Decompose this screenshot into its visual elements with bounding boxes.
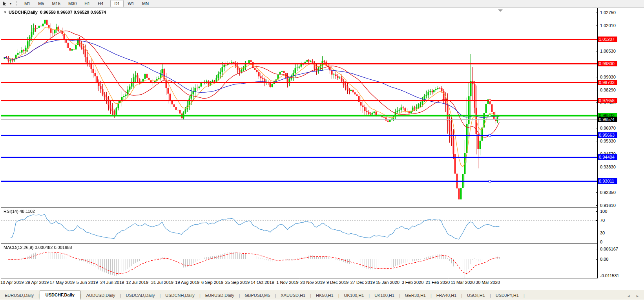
tab-separator: | bbox=[524, 291, 525, 300]
tab-scroll-left-arrow[interactable]: ◄ bbox=[627, 294, 630, 298]
chart-tab-fra40-h1[interactable]: FRA40,H1 bbox=[432, 291, 461, 300]
chart-tab-audusd-daily[interactable]: AUDUSD,Daily bbox=[82, 291, 120, 300]
chart-tab-hk50-h1[interactable]: HK50,H1 bbox=[311, 291, 338, 300]
price-axis-label: 0.93830 bbox=[600, 165, 616, 169]
chart-tab-usdjpy-h1[interactable]: USDJPY,H1 bbox=[491, 291, 524, 300]
chart-window: ▼USDCHF,Daily 0.96558 0.96607 0.96529 0.… bbox=[1, 8, 643, 287]
price-axis: 1.027501.020101.005300.990300.982900.975… bbox=[598, 8, 643, 287]
timeframe-button-M15[interactable]: M15 bbox=[48, 0, 64, 7]
date-axis-label: 10 Apr 2019 bbox=[0, 280, 24, 285]
chart-ohlc-values: 0.96558 0.96607 0.96529 0.96574 bbox=[40, 10, 106, 15]
rsi-current-value: 48.1102 bbox=[20, 209, 35, 214]
price-axis-label: 0.96070 bbox=[600, 126, 616, 130]
cursor-icon bbox=[2, 1, 7, 6]
date-axis-label: 30 Mar 2020 bbox=[476, 280, 500, 285]
chart-tab-uk100-h1[interactable]: UK100,H1 bbox=[339, 291, 369, 300]
rsi-axis-label: 100 bbox=[600, 209, 607, 214]
date-axis-label: 11 Mar 2020 bbox=[451, 280, 475, 285]
cursor-tool-button[interactable]: ▼ bbox=[0, 0, 15, 7]
chart-tab-xauusd-h1[interactable]: XAUUSD,H1 bbox=[276, 291, 310, 300]
chart-tab-usoil-h1[interactable]: USOil,H1 bbox=[462, 291, 490, 300]
chart-tab-uk100-h1[interactable]: UK100,H1 bbox=[370, 291, 399, 300]
chart-collapse-icon[interactable]: ▼ bbox=[4, 11, 7, 14]
macd-axis-label: -0.011531 bbox=[600, 273, 619, 278]
caret-down-icon: ▼ bbox=[9, 2, 12, 5]
chart-tab-usdchf-daily[interactable]: USDCHF,Daily bbox=[40, 291, 80, 300]
chart-tab-bar: EURUSD,Daily|USDCHF,Daily|AUDUSD,Daily|U… bbox=[0, 290, 644, 300]
price-axis-label: 0.99030 bbox=[600, 75, 616, 79]
chart-tabs: EURUSD,Daily|USDCHF,Daily|AUDUSD,Daily|U… bbox=[0, 290, 627, 300]
date-axis-label: 27 Dec 2019 bbox=[350, 280, 375, 285]
price-level-tag: 0.98703 bbox=[598, 80, 617, 85]
date-axis-label: 6 Sep 2019 bbox=[201, 280, 223, 285]
price-level-tag: 0.95663 bbox=[598, 132, 617, 138]
macd-current-values: 0.000482 0.001688 bbox=[35, 245, 72, 250]
date-axis-label: 17 May 2019 bbox=[49, 280, 75, 285]
date-axis-label: 5 Jun 2019 bbox=[77, 280, 98, 285]
price-level-tag: 0.97658 bbox=[598, 98, 617, 103]
price-axis-label: 1.02750 bbox=[600, 10, 616, 15]
mt4-terminal: ▼ M1M5M15M30H1H4D1W1MN ▼USDCHF,Daily 0.9… bbox=[0, 0, 644, 300]
macd-axis-label: 0.006167 bbox=[600, 247, 618, 251]
timeframe-buttons: M1M5M15M30H1H4D1W1MN bbox=[20, 0, 153, 7]
timeframe-button-W1[interactable]: W1 bbox=[124, 0, 138, 7]
date-axis-label: 31 Jul 2019 bbox=[151, 280, 173, 285]
date-axis-label: 19 Aug 2019 bbox=[175, 280, 199, 285]
date-axis-label: 20 Nov 2019 bbox=[300, 280, 325, 285]
chart-tab-usdcnh-daily[interactable]: USDCNH,Daily bbox=[161, 291, 199, 300]
rsi-indicator-label: RSI(14) 48.1102 bbox=[4, 209, 35, 214]
chart-symbol-label: USDCHF,Daily bbox=[9, 10, 38, 15]
timeframe-button-M5[interactable]: M5 bbox=[34, 0, 48, 7]
price-axis-label: 0.98290 bbox=[600, 88, 616, 92]
timeframe-button-M30[interactable]: M30 bbox=[64, 0, 80, 7]
macd-axis-label: 0.00 bbox=[600, 257, 608, 262]
rsi-axis-label: 70 bbox=[600, 218, 605, 223]
rsi-axis-label: 30 bbox=[600, 230, 605, 235]
price-axis-label: 1.02010 bbox=[600, 23, 616, 28]
date-axis-label: 21 Feb 2020 bbox=[425, 280, 450, 285]
toolbar-grip-handle[interactable] bbox=[16, 1, 18, 6]
chart-tab-eurusd-daily[interactable]: EURUSD,Daily bbox=[0, 291, 38, 300]
date-axis-label: 3 Feb 2020 bbox=[402, 280, 424, 285]
date-axis-label: 14 Oct 2019 bbox=[251, 280, 274, 285]
date-axis-label: 25 Sep 2019 bbox=[225, 280, 250, 285]
timeframe-button-H4[interactable]: H4 bbox=[94, 0, 107, 7]
date-axis-label: 12 Jul 2019 bbox=[126, 280, 148, 285]
timeframe-button-MN[interactable]: MN bbox=[138, 0, 153, 7]
timeframe-button-D1[interactable]: D1 bbox=[110, 0, 124, 7]
date-axis-label: 9 Dec 2019 bbox=[327, 280, 348, 285]
tab-scroll-right-arrow[interactable]: ► bbox=[636, 294, 639, 298]
chart-tab-ger30-h1[interactable]: GER30,H1 bbox=[400, 291, 431, 300]
price-axis-label: 0.95330 bbox=[600, 139, 616, 143]
chart-tab-eurusd-daily[interactable]: EURUSD,Daily bbox=[201, 291, 239, 300]
tab-scroll-arrows: ◄ ► bbox=[627, 294, 644, 300]
date-axis-label: 29 Apr 2019 bbox=[26, 280, 49, 285]
timeframe-button-H1[interactable]: H1 bbox=[80, 0, 94, 7]
date-axis-label: 24 Jun 2019 bbox=[100, 280, 124, 285]
price-axis-label: 0.92350 bbox=[600, 190, 616, 195]
chart-title: ▼USDCHF,Daily 0.96558 0.96607 0.96529 0.… bbox=[4, 10, 106, 15]
timeframe-toolbar: ▼ M1M5M15M30H1H4D1W1MN bbox=[0, 0, 644, 7]
timeframe-button-M1[interactable]: M1 bbox=[20, 0, 34, 7]
chart-tab-usdcad-daily[interactable]: USDCAD,Daily bbox=[121, 291, 159, 300]
rsi-axis-label: 0 bbox=[600, 240, 602, 244]
price-level-tag: 0.94404 bbox=[598, 154, 617, 160]
price-axis-label: 1.00530 bbox=[600, 49, 616, 53]
price-level-tag: 0.96574 bbox=[598, 117, 617, 122]
price-chart-canvas[interactable] bbox=[1, 8, 598, 278]
price-level-tag: 1.01207 bbox=[598, 37, 617, 42]
price-axis-label: 0.91610 bbox=[600, 203, 616, 208]
macd-indicator-label: MACD(12,26,9) 0.000482 0.001688 bbox=[4, 245, 72, 250]
price-level-tag: 0.93011 bbox=[598, 178, 617, 184]
date-axis-label: 1 Nov 2019 bbox=[276, 280, 298, 285]
price-level-tag: 0.99800 bbox=[598, 61, 617, 66]
date-axis-label: 15 Jan 2020 bbox=[376, 280, 400, 285]
chart-tab-gbpusd-m5[interactable]: GBPUSD,M5 bbox=[240, 291, 275, 300]
date-axis: 10 Apr 201929 Apr 201917 May 20195 Jun 2… bbox=[1, 279, 598, 286]
